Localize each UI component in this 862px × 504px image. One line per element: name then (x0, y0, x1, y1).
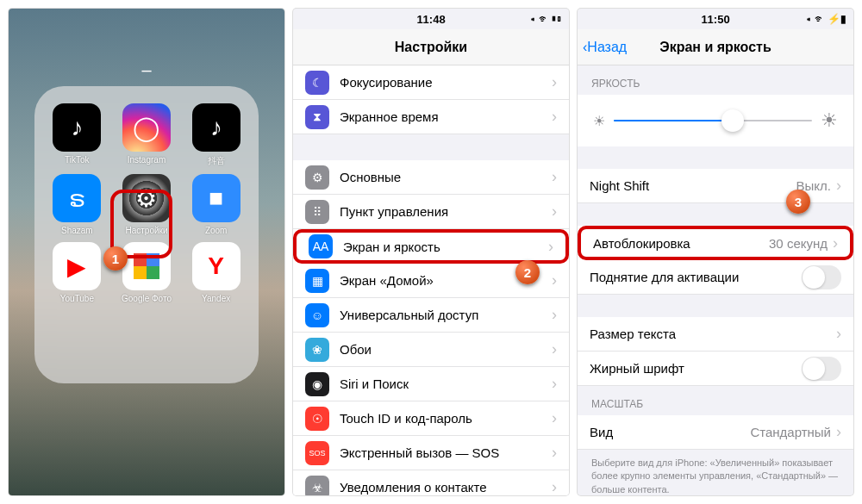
nav-header: Настройки (293, 29, 569, 65)
status-time: 11:48 (416, 13, 445, 26)
sun-low-icon: ☀︎ (593, 113, 605, 129)
row-Touch ID и код-пароль[interactable]: ☉Touch ID и код-пароль› (293, 401, 569, 436)
step-badge-2: 2 (515, 260, 540, 284)
app-icon: ■ (192, 174, 240, 222)
chevron-right-icon: › (552, 168, 557, 186)
home-screen: – ♪TikTok◯Instagram♪抖音ຣShazam⚙Настройки■… (9, 9, 284, 495)
row-raise-to-wake[interactable]: Поднятие для активации (578, 260, 853, 295)
toggle-raise[interactable] (802, 265, 841, 289)
app-icon: ♪ (53, 103, 101, 152)
chevron-right-icon: › (552, 409, 557, 427)
row-Уведомления о контакте[interactable]: ☣Уведомления о контакте› (293, 470, 569, 495)
app-yandex[interactable]: YYandex (184, 242, 248, 303)
step-badge-1: 1 (103, 246, 128, 271)
page-title: Настройки (395, 40, 467, 55)
chevron-right-icon: › (552, 108, 557, 126)
settings-screen: 11:48 ◂ ᯤ ▮▯ Настройки ☾Фокусирование›⧗Э… (293, 9, 569, 495)
remove-indicator: – (141, 60, 151, 80)
chevron-right-icon: › (552, 202, 557, 221)
row-Обои[interactable]: ❀Обои› (293, 333, 569, 367)
status-bar: 11:48 ◂ ᯤ ▮▯ (293, 9, 569, 29)
section-scale: МАСШТАБ (578, 386, 853, 415)
row-icon: AA (309, 234, 333, 258)
status-icons: ◂ ᯤ ▮▯ (530, 13, 562, 25)
chevron-right-icon: › (836, 423, 841, 441)
chevron-right-icon: › (552, 306, 557, 324)
chevron-right-icon: › (552, 271, 557, 289)
row-Фокусирование[interactable]: ☾Фокусирование› (293, 65, 569, 100)
app-icon: ຣ (53, 174, 101, 222)
row-icon: ⠿ (305, 200, 329, 224)
display-brightness-screen: 11:50 ◂ ᯤ ⚡▮ ‹ Назад Экран и яркость ЯРК… (578, 9, 853, 495)
app-instagram[interactable]: ◯Instagram (115, 103, 179, 167)
section-brightness: ЯРКОСТЬ (578, 65, 853, 95)
chevron-right-icon: › (552, 340, 557, 358)
brightness-slider[interactable]: ☀︎ ☀︎ (578, 95, 853, 146)
status-icons: ◂ ᯤ ⚡▮ (806, 13, 846, 25)
row-Основные[interactable]: ⚙Основные› (293, 160, 569, 195)
app-zoom[interactable]: ■Zoom (184, 174, 248, 235)
row-icon: ▦ (305, 269, 329, 293)
row-icon: ☾ (305, 71, 329, 95)
row-icon: ⧗ (305, 105, 329, 129)
nav-header: ‹ Назад Экран и яркость (578, 29, 853, 65)
sun-high-icon: ☀︎ (821, 109, 838, 132)
row-icon: ☣ (305, 476, 329, 496)
row-Экранное время[interactable]: ⧗Экранное время› (293, 100, 569, 134)
step-badge-3: 3 (786, 190, 810, 214)
chevron-right-icon: › (552, 478, 557, 495)
app-youtube[interactable]: ▶YouTube (45, 242, 109, 303)
app-icon: ◯ (122, 103, 171, 152)
row-icon: SOS (305, 441, 329, 465)
back-button[interactable]: ‹ Назад (583, 40, 627, 55)
row-icon: ⚙ (305, 165, 329, 190)
chevron-right-icon: › (552, 375, 557, 393)
row-Экстренный вызов — SOS[interactable]: SOSЭкстренный вызов — SOS› (293, 436, 569, 470)
status-bar: 11:50 ◂ ᯤ ⚡▮ (578, 9, 853, 29)
row-Siri и Поиск[interactable]: ◉Siri и Поиск› (293, 367, 569, 401)
row-icon: ☉ (305, 407, 329, 431)
row-bold-text[interactable]: Жирный шрифт (578, 352, 853, 386)
row-Универсальный доступ[interactable]: ☺Универсальный доступ› (293, 298, 569, 333)
row-text-size[interactable]: Размер текста › (578, 317, 853, 352)
toggle-bold[interactable] (802, 357, 841, 381)
row-icon: ◉ (305, 372, 329, 396)
row-icon: ❀ (305, 338, 329, 362)
app-icon: Y (192, 242, 240, 290)
row-icon: ☺ (305, 303, 329, 327)
app-icon: ♪ (192, 103, 240, 152)
chevron-right-icon: › (552, 444, 557, 462)
app-抖音[interactable]: ♪抖音 (184, 103, 248, 167)
app-icon: ▶ (53, 242, 101, 290)
chevron-right-icon: › (833, 234, 838, 252)
row-auto-lock[interactable]: Автоблокировка 30 секунд › (578, 226, 853, 260)
chevron-right-icon: › (552, 73, 557, 91)
row-Экран и яркость[interactable]: AAЭкран и яркость› (293, 229, 569, 264)
app-tiktok[interactable]: ♪TikTok (45, 103, 109, 167)
chevron-right-icon: › (836, 177, 841, 195)
chevron-right-icon: › (548, 238, 553, 256)
page-title: Экран и яркость (659, 40, 771, 55)
status-time: 11:50 (701, 13, 729, 26)
app-shazam[interactable]: ຣShazam (45, 174, 109, 235)
row-Пункт управления[interactable]: ⠿Пункт управления› (293, 195, 569, 229)
footer-note: Выберите вид для iPhone: «Увеличенный» п… (578, 450, 853, 495)
row-view[interactable]: Вид Стандартный › (578, 415, 853, 450)
chevron-right-icon: › (836, 325, 841, 343)
row-night-shift[interactable]: Night Shift Выкл. › (578, 169, 853, 203)
